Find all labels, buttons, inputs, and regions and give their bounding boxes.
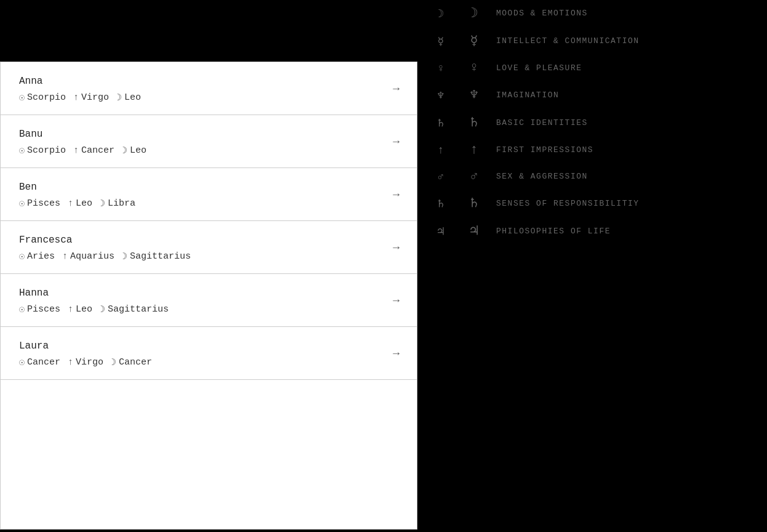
legend-right-symbol: ♃ [463, 223, 485, 240]
person-signs: ☉Pisces↑Leo☽Sagittarius [19, 304, 398, 315]
legend-right-symbol: ↑ [463, 142, 485, 158]
rising-symbol: ↑ [68, 198, 73, 209]
moon-sign: Sagittarius [108, 304, 169, 315]
person-name: Laura [19, 341, 398, 352]
person-row[interactable]: Hanna☉Pisces↑Leo☽Sagittarius→ [1, 274, 417, 327]
legend-item[interactable]: ↑↑FIRST IMPRESSIONS [430, 137, 755, 163]
rising-sign: Virgo [76, 357, 103, 368]
legend-label: PHILOSOPHIES OF LIFE [496, 227, 611, 236]
legend-right-symbol: ☿ [463, 33, 485, 49]
legend-item[interactable]: ♄♄SENSES OF RESPONSIBILITIY [430, 190, 755, 217]
person-signs: ☉Cancer↑Virgo☽Cancer [19, 357, 398, 368]
moon-sign: Leo [124, 92, 141, 103]
moon-symbol: ☽ [122, 145, 127, 156]
moon-sign: Libra [108, 198, 135, 209]
person-name: Hanna [19, 288, 398, 299]
legend-panel: ☽☽MOODS & EMOTIONS☿☿INTELLECT & COMMUNIC… [417, 0, 767, 532]
moon-symbol: ☽ [116, 92, 122, 103]
navigate-arrow[interactable]: → [393, 135, 400, 148]
person-name: Anna [19, 76, 398, 87]
person-row[interactable]: Anna☉Scorpio↑Virgo☽Leo→ [1, 62, 417, 115]
legend-label: LOVE & PLEASURE [496, 63, 582, 73]
person-name: Ben [19, 182, 398, 193]
legend-item[interactable]: ☿☿INTELLECT & COMMUNICATION [430, 28, 755, 54]
legend-left-symbol: ↑ [430, 144, 452, 156]
moon-symbol: ☽ [100, 304, 105, 315]
rising-symbol: ↑ [73, 92, 79, 103]
legend-item[interactable]: ♂♂SEX & AGGRESSION [430, 164, 755, 189]
legend-left-symbol: ☿ [430, 34, 452, 48]
rising-sign: Cancer [81, 145, 114, 156]
legend-label: MOODS & EMOTIONS [496, 9, 588, 18]
rising-sign: Leo [76, 198, 92, 209]
sun-sign: Aries [27, 251, 55, 262]
rising-symbol: ↑ [68, 304, 73, 315]
legend-label: SENSES OF RESPONSIBILITIY [496, 199, 640, 208]
legend-right-symbol: ♄ [463, 115, 485, 131]
moon-sign: Cancer [119, 357, 152, 368]
legend-item[interactable]: ♆♆IMAGINATION [430, 82, 755, 108]
rising-sign: Virgo [81, 92, 109, 103]
legend-label: BASIC IDENTITIES [496, 118, 588, 127]
sun-sign: Pisces [27, 304, 60, 315]
sun-sign: Pisces [27, 198, 60, 209]
navigate-arrow[interactable]: → [393, 83, 400, 95]
rising-sign: Leo [76, 304, 92, 315]
legend-right-symbol: ♄ [463, 195, 485, 212]
legend-item[interactable]: ♄♄BASIC IDENTITIES [430, 110, 755, 136]
legend-left-symbol: ♆ [430, 89, 452, 102]
rising-symbol: ↑ [73, 145, 79, 156]
legend-left-symbol: ♃ [430, 225, 452, 238]
person-name: Banu [19, 129, 398, 140]
navigate-arrow[interactable]: → [393, 294, 400, 307]
person-row[interactable]: Ben☉Pisces↑Leo☽Libra→ [1, 168, 417, 221]
legend-left-symbol: ♂ [430, 171, 452, 183]
legend-label: SEX & AGGRESSION [496, 172, 588, 181]
person-signs: ☉Scorpio↑Cancer☽Leo [19, 145, 398, 156]
person-signs: ☉Scorpio↑Virgo☽Leo [19, 92, 398, 103]
legend-label: INTELLECT & COMMUNICATION [496, 36, 640, 46]
person-signs: ☉Aries↑Aquarius☽Sagittarius [19, 251, 398, 262]
person-row[interactable]: Francesca☉Aries↑Aquarius☽Sagittarius→ [1, 221, 417, 274]
sun-sign: Scorpio [27, 92, 66, 103]
legend-right-symbol: ♆ [463, 87, 485, 103]
moon-symbol: ☽ [111, 357, 116, 368]
moon-sign: Leo [130, 145, 147, 156]
sun-sign: Cancer [27, 357, 60, 368]
legend-label: FIRST IMPRESSIONS [496, 145, 593, 155]
moon-sign: Sagittarius [130, 251, 191, 262]
sun-symbol: ☉ [19, 198, 25, 209]
moon-symbol: ☽ [100, 198, 105, 209]
legend-right-symbol: ♂ [463, 169, 485, 184]
moon-symbol: ☽ [122, 251, 127, 262]
rising-sign: Aquarius [70, 251, 114, 262]
sun-symbol: ☉ [19, 357, 25, 368]
person-row[interactable]: Laura☉Cancer↑Virgo☽Cancer→ [1, 327, 417, 380]
sun-symbol: ☉ [19, 92, 25, 103]
rising-symbol: ↑ [62, 251, 68, 262]
navigate-arrow[interactable]: → [393, 241, 400, 254]
sun-symbol: ☉ [19, 145, 25, 156]
navigate-arrow[interactable]: → [393, 347, 400, 360]
navigate-arrow[interactable]: → [393, 188, 400, 201]
person-name: Francesca [19, 235, 398, 246]
legend-right-symbol: ☽ [463, 5, 485, 22]
legend-left-symbol: ☽ [430, 7, 452, 20]
sun-symbol: ☉ [19, 304, 25, 315]
legend-left-symbol: ♄ [430, 197, 452, 211]
legend-left-symbol: ♄ [430, 116, 452, 130]
legend-item[interactable]: ♀♀LOVE & PLEASURE [430, 55, 755, 81]
legend-item[interactable]: ♃♃PHILOSOPHIES OF LIFE [430, 218, 755, 244]
rising-symbol: ↑ [68, 357, 73, 368]
sun-sign: Scorpio [27, 145, 66, 156]
legend-label: IMAGINATION [496, 91, 559, 100]
sun-symbol: ☉ [19, 251, 25, 262]
person-row[interactable]: Banu☉Scorpio↑Cancer☽Leo→ [1, 115, 417, 168]
person-signs: ☉Pisces↑Leo☽Libra [19, 198, 398, 209]
people-list: Anna☉Scorpio↑Virgo☽Leo→Banu☉Scorpio↑Canc… [0, 62, 417, 530]
legend-left-symbol: ♀ [430, 62, 452, 75]
legend-item[interactable]: ☽☽MOODS & EMOTIONS [430, 0, 755, 26]
legend-right-symbol: ♀ [463, 60, 485, 76]
